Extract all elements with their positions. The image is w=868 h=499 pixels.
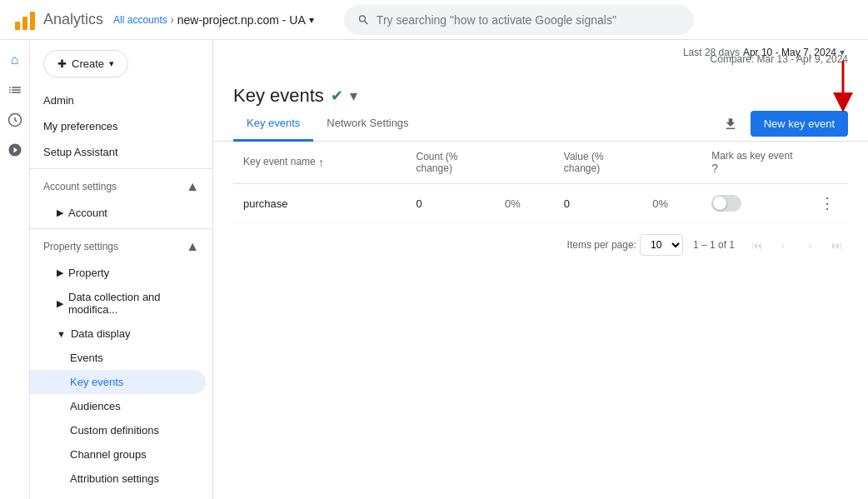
col-header-actions: [806, 142, 848, 184]
nav-item-admin[interactable]: Admin: [30, 87, 212, 113]
title-dropdown-icon[interactable]: ▾: [350, 87, 357, 105]
col-header-mark: Mark as key event ?: [701, 142, 806, 184]
download-button[interactable]: [717, 111, 744, 137]
explore-nav-icon[interactable]: [2, 107, 28, 133]
table-header: Key event name ↑ Count (% change) Value …: [233, 142, 848, 184]
title-verified-icon: ✔: [331, 87, 343, 105]
main-content: Last 28 days Apr 10 - May 7, 2024 ▾ Comp…: [213, 40, 868, 499]
cell-count-pct: 0%: [495, 184, 554, 223]
tabs-bar: Key events Network Settings New key even…: [213, 107, 868, 142]
table-body: purchase 0 0% 0 0%: [233, 184, 848, 223]
content-header: Key events ✔ ▾: [213, 72, 868, 107]
analytics-logo-icon: [13, 8, 37, 32]
cell-toggle: [701, 184, 806, 223]
cell-actions: ⋮: [806, 184, 848, 223]
advertising-nav-icon[interactable]: [2, 137, 28, 163]
cell-count: 0: [407, 184, 496, 223]
sort-icon-name[interactable]: ↑: [318, 156, 324, 169]
nav-sidebar: ✚ Create ▾ Admin My preferences Setup As…: [30, 40, 213, 499]
account-settings-collapse-icon: ▲: [186, 179, 199, 194]
nav-item-channel-groups[interactable]: Channel groups: [30, 442, 212, 467]
items-per-page-label: Items per page:: [567, 239, 636, 251]
svg-rect-0: [15, 22, 20, 30]
icon-sidebar: ⌂: [0, 40, 30, 499]
section-property-settings[interactable]: Property settings ▲: [30, 232, 212, 261]
new-key-event-button[interactable]: New key event: [751, 111, 848, 137]
svg-rect-2: [30, 12, 35, 30]
section-account-settings[interactable]: Account settings ▲: [30, 172, 212, 201]
nav-item-events[interactable]: Events: [30, 346, 212, 370]
nav-item-preferences[interactable]: My preferences: [30, 113, 212, 139]
nav-item-property[interactable]: ▶ Property: [30, 261, 212, 285]
home-nav-icon[interactable]: ⌂: [2, 47, 28, 73]
nav-item-account[interactable]: ▶ Account: [30, 201, 212, 225]
divider-2: [30, 228, 212, 229]
cell-value-pct: 0%: [642, 184, 701, 223]
page-title-row: Key events ✔ ▾: [233, 85, 848, 107]
nav-item-attribution-settings[interactable]: Attribution settings: [30, 467, 212, 491]
top-header: Analytics All accounts › new-project.np.…: [0, 0, 868, 40]
row-actions-menu-button[interactable]: ⋮: [816, 192, 838, 215]
col-header-name: Key event name ↑: [233, 142, 407, 184]
arrow-annotation: Key events Network Settings New key even…: [213, 107, 868, 142]
tab-network-settings[interactable]: Network Settings: [313, 107, 422, 142]
setup-label: Setup Assistant: [43, 146, 118, 158]
create-plus-icon: ✚: [57, 57, 67, 70]
expand-icon-property: ▶: [57, 267, 63, 278]
property-settings-collapse-icon: ▲: [186, 239, 199, 254]
page-nav: ⏮ ‹ › ⏭: [745, 233, 848, 257]
expand-icon-data-collection: ▶: [57, 298, 63, 309]
items-per-page: Items per page: 10 25 50: [567, 234, 683, 256]
page-title: Key events: [233, 85, 324, 107]
search-bar[interactable]: [344, 5, 694, 35]
first-page-button[interactable]: ⏮: [745, 233, 768, 257]
last-page-button[interactable]: ⏭: [825, 233, 848, 257]
mark-help-icon[interactable]: ?: [711, 162, 718, 175]
breadcrumb-separator: ›: [171, 14, 174, 26]
nav-item-reporting-identity[interactable]: Reporting identity: [30, 491, 212, 499]
reports-nav-icon[interactable]: [2, 77, 28, 103]
property-dropdown-icon: ▾: [309, 14, 314, 26]
create-button[interactable]: ✚ Create ▾: [43, 50, 128, 77]
tab-key-events[interactable]: Key events: [233, 107, 313, 142]
search-icon: [357, 13, 370, 27]
preferences-label: My preferences: [43, 120, 118, 132]
create-dropdown-icon: ▾: [109, 58, 114, 69]
cell-name: purchase: [233, 184, 407, 223]
logo-area: Analytics: [13, 8, 103, 32]
app-title: Analytics: [43, 11, 103, 28]
expand-icon-data-display: ▼: [57, 329, 66, 339]
table-container: Key event name ↑ Count (% change) Value …: [213, 142, 868, 223]
pagination: Items per page: 10 25 50 1 – 1 of 1 ⏮ ‹ …: [213, 223, 868, 267]
col-header-value-pct: [642, 142, 701, 184]
nav-item-key-events[interactable]: Key events: [30, 370, 206, 394]
nav-item-custom-definitions[interactable]: Custom definitions: [30, 418, 212, 442]
col-header-value: Value (% change): [554, 142, 643, 184]
admin-label: Admin: [43, 94, 74, 107]
key-event-toggle[interactable]: [711, 195, 741, 212]
next-page-button[interactable]: ›: [798, 233, 821, 257]
nav-item-data-collection[interactable]: ▶ Data collection and modifica...: [30, 285, 212, 322]
search-input[interactable]: [377, 13, 681, 27]
svg-rect-1: [22, 17, 27, 30]
breadcrumb-all-accounts[interactable]: All accounts: [113, 14, 167, 26]
compare-date-range: Compare: Mar 13 - Apr 9, 2024: [711, 53, 848, 65]
property-selector[interactable]: new-project.np.com - UA ▾: [177, 13, 314, 27]
nav-item-setup[interactable]: Setup Assistant: [30, 139, 212, 165]
cell-value: 0: [554, 184, 643, 223]
page-range: 1 – 1 of 1: [693, 239, 735, 251]
col-header-count-pct: [495, 142, 554, 184]
breadcrumb: All accounts › new-project.np.com - UA ▾: [113, 13, 314, 27]
tab-actions: New key event: [717, 111, 848, 137]
items-per-page-select[interactable]: 10 25 50: [640, 234, 683, 256]
divider-1: [30, 168, 212, 169]
table-row: purchase 0 0% 0 0%: [233, 184, 848, 223]
nav-item-audiences[interactable]: Audiences: [30, 394, 212, 418]
col-header-count: Count (% change): [407, 142, 496, 184]
key-events-table: Key event name ↑ Count (% change) Value …: [233, 142, 848, 223]
main-layout: ⌂ ✚ Create ▾ Admin My preferences Setup …: [0, 40, 868, 499]
expand-icon-account: ▶: [57, 207, 63, 218]
nav-top-section: ✚ Create ▾: [30, 40, 212, 87]
prev-page-button[interactable]: ‹: [771, 233, 795, 257]
nav-item-data-display[interactable]: ▼ Data display: [30, 322, 212, 346]
